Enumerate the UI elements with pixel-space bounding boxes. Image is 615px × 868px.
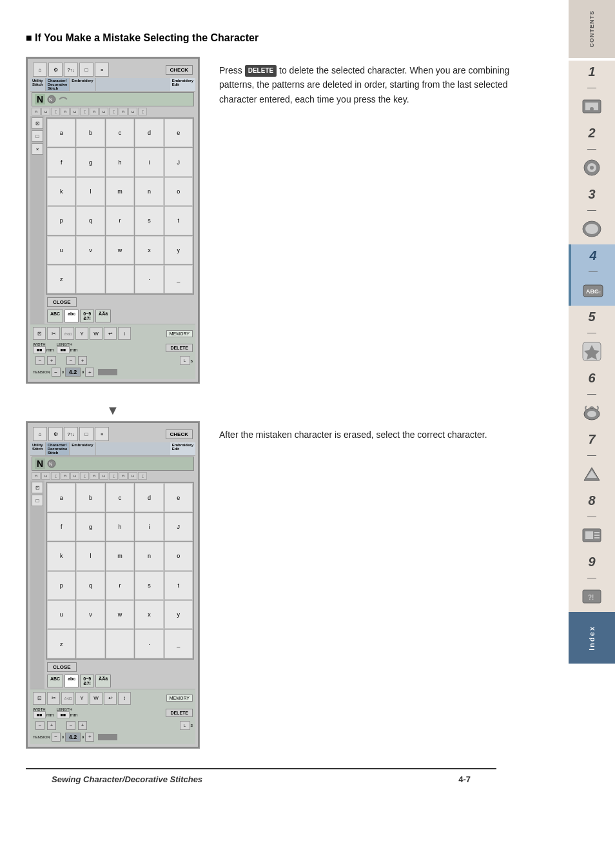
lower-icon-2d[interactable]: Y: [75, 692, 88, 705]
sidebar-tab-ch4[interactable]: 4 — ABC abc: [569, 244, 615, 306]
char2-k[interactable]: k: [47, 542, 75, 570]
char-i[interactable]: i: [135, 148, 163, 176]
lower-icon-e[interactable]: W: [90, 327, 102, 340]
char-w[interactable]: w: [106, 236, 134, 264]
menu-icon-btn-2[interactable]: ≡: [95, 427, 109, 441]
char-c[interactable]: c: [106, 119, 134, 147]
sidebar-tab-index[interactable]: Index: [569, 612, 615, 664]
char-e[interactable]: e: [164, 119, 193, 147]
info-icon-btn[interactable]: ?↑↓: [64, 63, 78, 77]
char-d[interactable]: d: [135, 119, 163, 147]
char2-s[interactable]: s: [135, 571, 163, 600]
char2-m[interactable]: m: [106, 542, 134, 570]
char-y[interactable]: y: [164, 236, 193, 264]
memory-button-2[interactable]: MEMORY: [166, 695, 193, 702]
display-icon-btn[interactable]: □: [79, 63, 93, 77]
char2-w[interactable]: w: [106, 600, 134, 629]
char2-z[interactable]: z: [47, 629, 75, 658]
char2-dot[interactable]: ·: [135, 629, 163, 658]
num-tab-1[interactable]: 0~9&?!: [80, 310, 94, 322]
left-icon-1[interactable]: ⊡: [32, 117, 43, 129]
menu-icon-btn[interactable]: ≡: [95, 63, 109, 77]
char2-f[interactable]: f: [47, 513, 75, 541]
special-tab-1[interactable]: ÂÃä: [95, 310, 111, 322]
sidebar-tab-ch6[interactable]: 6 —: [569, 367, 615, 428]
char2-l[interactable]: l: [76, 542, 104, 570]
home-icon-btn-2[interactable]: ⌂: [33, 427, 47, 441]
char2-g[interactable]: g: [76, 513, 104, 541]
lower-icon-b[interactable]: ✂: [47, 327, 60, 340]
char2-empty1[interactable]: [76, 629, 104, 658]
lower-icon-2g[interactable]: ↕: [118, 692, 131, 705]
stitch-cell[interactable]: ⊓: [32, 108, 41, 115]
left-icon-3[interactable]: ×: [32, 143, 43, 155]
lower-icon-2f[interactable]: ↩: [104, 692, 117, 705]
width-plus-2[interactable]: +: [47, 721, 56, 730]
char-j[interactable]: J: [164, 148, 193, 176]
char2-q[interactable]: q: [76, 571, 104, 600]
delete-button-1[interactable]: DELETE: [166, 344, 193, 352]
char-o[interactable]: o: [164, 177, 193, 206]
lower-icon-2b[interactable]: ✂: [47, 692, 60, 705]
char2-i[interactable]: i: [135, 513, 163, 541]
char-t[interactable]: t: [164, 206, 193, 235]
lower-icon-2a[interactable]: ⊡: [33, 692, 46, 705]
settings-icon-btn[interactable]: ⚙: [48, 63, 63, 77]
length-minus-1[interactable]: −: [66, 356, 75, 365]
sidebar-tab-ch2[interactable]: 2 —: [569, 122, 615, 183]
sidebar-tab-ch8[interactable]: 8 —: [569, 489, 615, 551]
sidebar-tab-ch1[interactable]: 1 —: [569, 61, 615, 122]
char2-n[interactable]: n: [135, 542, 163, 570]
char-f[interactable]: f: [47, 148, 75, 176]
tension-minus-2[interactable]: −: [52, 733, 61, 742]
char-v[interactable]: v: [76, 236, 104, 264]
close-button-1[interactable]: CLOSE: [47, 297, 77, 307]
char-k[interactable]: k: [47, 177, 75, 206]
abc-tab-1[interactable]: ABC: [47, 310, 63, 322]
embroidery-tab-2[interactable]: Embroidery: [70, 442, 95, 455]
char2-e[interactable]: e: [164, 483, 193, 511]
utility-stitch-tab-1[interactable]: UtilityStitch: [30, 78, 46, 91]
L-icon-2[interactable]: L: [180, 721, 190, 730]
char-z[interactable]: z: [47, 265, 75, 293]
char-m[interactable]: m: [106, 177, 134, 206]
char2-j[interactable]: J: [164, 513, 193, 541]
char2-h[interactable]: h: [106, 513, 134, 541]
char-x[interactable]: x: [135, 236, 163, 264]
tension-plus-1[interactable]: +: [85, 368, 94, 377]
char2-u[interactable]: u: [47, 600, 75, 629]
char-u[interactable]: u: [47, 236, 75, 264]
special-tab-2[interactable]: ÂÃä: [95, 675, 111, 687]
embroidery-edit-tab-2[interactable]: EmbroideryEdit: [170, 442, 195, 455]
char2-v[interactable]: v: [76, 600, 104, 629]
char2-t[interactable]: t: [164, 571, 193, 600]
left-icon-2[interactable]: □: [32, 130, 43, 142]
char-decorative-tab-2[interactable]: Character/DecorativeStitch: [46, 442, 70, 455]
char-decorative-tab-1[interactable]: Character/DecorativeStitch: [46, 78, 70, 91]
char2-x[interactable]: x: [135, 600, 163, 629]
delete-button-2[interactable]: DELETE: [166, 709, 193, 717]
display-icon-btn-2[interactable]: □: [79, 427, 93, 441]
char-r[interactable]: r: [106, 206, 134, 235]
abc-lower-tab-2[interactable]: abc: [64, 675, 79, 687]
sidebar-tab-ch9[interactable]: 9 — ?!: [569, 551, 615, 612]
char-n[interactable]: n: [135, 177, 163, 206]
close-button-2[interactable]: CLOSE: [47, 662, 77, 672]
char-a[interactable]: a: [47, 119, 75, 147]
lower-icon-c[interactable]: ☆○□: [61, 327, 74, 340]
char-p[interactable]: p: [47, 206, 75, 235]
char-underscore[interactable]: _: [164, 265, 193, 293]
memory-button-1[interactable]: MEMORY: [166, 330, 193, 337]
lower-icon-a[interactable]: ⊡: [33, 327, 46, 340]
lower-icon-d[interactable]: Y: [75, 327, 88, 340]
length-plus-2[interactable]: +: [78, 721, 87, 730]
char-g[interactable]: g: [76, 148, 104, 176]
abc-tab-2[interactable]: ABC: [47, 675, 63, 687]
char2-empty2[interactable]: [106, 629, 134, 658]
char-empty1[interactable]: [76, 265, 104, 293]
utility-stitch-tab-2[interactable]: UtilityStitch: [30, 442, 46, 455]
lower-icon-2c[interactable]: ☆○□: [61, 692, 74, 705]
char-l[interactable]: l: [76, 177, 104, 206]
sidebar-tab-ch7[interactable]: 7 —: [569, 428, 615, 489]
char2-b[interactable]: b: [76, 483, 104, 511]
